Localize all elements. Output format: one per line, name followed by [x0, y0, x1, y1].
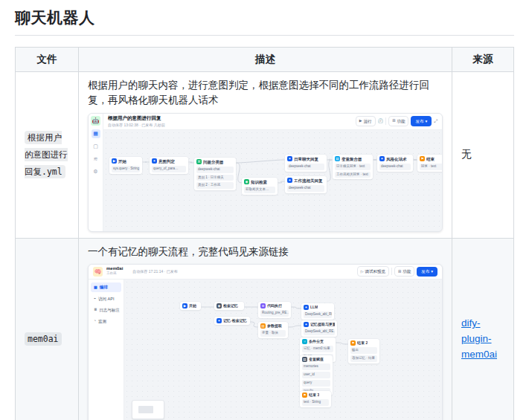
node-detail: 记忆 · mem0 结果: [302, 346, 333, 352]
features-button[interactable]: ⊞ 功能: [394, 266, 414, 277]
grid-icon: ⊞: [398, 269, 401, 275]
workflow-node-llm_daily[interactable]: ✦日常聊天回复deepseek-chat: [285, 155, 327, 172]
preview-icon[interactable]: ▢: [92, 142, 100, 151]
workflow-node-extractor[interactable]: ▤参数提取变量 · 取值: [258, 322, 288, 338]
node-label: 风格化话术: [386, 156, 407, 162]
sidebar-item-api[interactable]: ⌁ 访问 API: [91, 294, 121, 303]
node-label: 检索记忆: [223, 303, 238, 309]
workflow-title: 根据用户的意图进行回复: [108, 114, 165, 122]
node-detail: 工作流相关回复 · text: [335, 172, 371, 178]
workflow-node-start[interactable]: ▶开始sys.query · String: [109, 157, 142, 174]
features-button[interactable]: ⊞ 功能: [388, 116, 408, 126]
settings-icon[interactable]: ⚙: [92, 167, 100, 176]
node-label: 条件分支: [309, 339, 324, 345]
expand-icon[interactable]: ⤢: [434, 118, 437, 125]
node-detail: DeepSeek_abl_RE…: [304, 329, 335, 335]
workflow-topbar: 根据用户的意图进行回复 自动保存 13:02:38 · 已发布 几秒前 ▶ 运行…: [103, 114, 442, 130]
source-cell: dify-plugin-mem0ai: [452, 238, 514, 420]
node-detail: query_of_para…: [152, 166, 186, 172]
app-avatar: 🤖: [91, 116, 100, 126]
node-detail: 获取相关文本…: [244, 187, 275, 193]
node-detail: deepseek-chat: [287, 185, 324, 192]
grid-icon: ⊞: [392, 118, 395, 124]
workflow-node-end2[interactable]: ⚑结束 2输出添加记忆 · 结果: [348, 339, 379, 364]
workflow-node-intent[interactable]: ✦意图判定query_of_para…: [150, 157, 188, 174]
workflow-node-aggregator[interactable]: ▤变量聚合器日常聊天回复 · text工作流相关回复 · text: [333, 155, 373, 180]
workflow-node-llm1[interactable]: ✦LLMDeepSeek_abl_RE…: [301, 303, 334, 320]
workflow-node-assigner[interactable]: ▤变量赋值memoriesuser_idqueryresults: [300, 355, 333, 396]
node-label: 问题分类器: [203, 159, 224, 165]
workflow-screenshot-2: 🧠 mem0ai 工作流 自动保存 17:21:14 · 已发布 ▷ 调试和预览: [88, 264, 443, 420]
node-label: 代码执行: [267, 303, 282, 309]
logs-icon[interactable]: ≋: [92, 155, 100, 164]
node-detail: user_id: [302, 372, 330, 378]
logs-icon: ≣: [94, 307, 97, 313]
workflow-canvas-1[interactable]: ▶开始sys.query · String✦意图判定query_of_para……: [103, 130, 442, 231]
workflow-node-llm2[interactable]: ✦记忆提取与更新DeepSeek_abl_RE…: [301, 320, 337, 337]
node-type-icon: ⚑: [302, 392, 307, 398]
file-name-code: mem0ai: [25, 332, 62, 346]
document-page: 聊天机器人 文件 描述 来源 根据用户的意图进行回复.yml 根据用户的聊天内容…: [0, 0, 529, 420]
node-label: 记忆·检索记忆: [223, 318, 247, 324]
node-type-icon: ▶: [182, 303, 187, 308]
node-type-icon: ▶: [112, 158, 117, 164]
node-type-icon: ⑂: [302, 339, 307, 344]
node-detail: deepseek-chat: [379, 164, 411, 170]
node-detail: deepseek-chat: [196, 167, 234, 173]
node-label: 结束 2: [357, 340, 368, 346]
node-label: 日常聊天回复: [294, 156, 318, 162]
source-link[interactable]: dify-plugin-mem0ai: [461, 317, 497, 360]
node-detail: 变量 · 取值: [260, 330, 286, 337]
node-detail: query: [302, 380, 330, 387]
col-header-desc: 描述: [79, 48, 452, 72]
workflow-node-llm_work[interactable]: ✦工作流相关回复deepseek-chat: [285, 176, 327, 193]
node-label: 知识检索: [251, 179, 267, 185]
app-avatar: 🧠: [93, 267, 103, 277]
node-type-icon: ⚙: [260, 303, 266, 308]
workflow-node-classifier[interactable]: ⌘问题分类器deepseek-chat类别 1 · 日常聊天类别 2 · 工作流: [194, 158, 236, 191]
page-title: 聊天机器人: [15, 7, 514, 36]
publish-button[interactable]: 发布 ▾: [417, 267, 437, 277]
workflow-node-code[interactable]: ⚙代码执行Routing_pre_RE…: [258, 302, 291, 318]
sidebar-item-logs[interactable]: ≣ 日志与标注: [91, 305, 121, 314]
workflow-node-style[interactable]: ✦风格化话术deepseek-chat: [377, 155, 413, 172]
node-detail: sys.query · String: [112, 166, 140, 172]
run-button[interactable]: ▶ 运行: [356, 116, 376, 126]
workflow-screenshot-1: 🤖 ▦ ▢ ≋ ⚙ 根据用户的意图进行回复 自动保存 13:02:38 · 已发…: [88, 113, 443, 232]
node-type-icon: ⚑: [350, 340, 356, 346]
node-type-icon: ✦: [287, 156, 292, 161]
node-label: 工作流相关回复: [294, 178, 323, 184]
debug-preview-button[interactable]: ▷ 调试和预览: [357, 266, 389, 277]
node-label: 结束 3: [309, 392, 319, 398]
node-type-icon: ◉: [244, 179, 249, 184]
workflow-canvas-2[interactable]: ⊞ 40% ⛶ ↶ ↷ ▦ ▶开始◉检索记忆✦记忆·检索记忆⚙代码执行Routi…: [124, 280, 442, 420]
history-icon[interactable]: 🕘: [378, 118, 384, 125]
node-detail: 添加记忆 · 结果: [350, 355, 377, 362]
workflow-node-mem_node[interactable]: ✦记忆·检索记忆: [214, 317, 250, 326]
node-type-icon: ✦: [304, 305, 309, 310]
workflow-node-start[interactable]: ▶开始: [180, 302, 201, 311]
node-label: 结束: [426, 156, 435, 162]
sidebar-item-monitor[interactable]: ◔ 监测: [91, 317, 121, 326]
api-icon: ⌁: [94, 296, 96, 302]
content-table: 文件 描述 来源 根据用户的意图进行回复.yml 根据用户的聊天内容，进行意图判…: [15, 47, 514, 420]
node-detail: Routing_pre_RE…: [260, 310, 289, 317]
source-text: 无: [461, 149, 472, 160]
publish-button[interactable]: 发布 ▾: [411, 116, 432, 126]
node-type-icon: ◉: [217, 303, 222, 308]
node-detail: 日常聊天回复 · text: [335, 164, 371, 170]
workflow-node-retrieval[interactable]: ◉知识检索获取相关文本…: [242, 178, 278, 195]
node-label: 开始: [189, 303, 196, 309]
node-type-icon: ▤: [260, 323, 266, 329]
workflow-autosave-status: 自动保存 13:02:38 · 已发布 几秒前: [108, 123, 165, 129]
monitor-icon: ◔: [94, 318, 96, 324]
sidebar-item-orchestrate[interactable]: ▦ 编排: [91, 282, 121, 292]
workflow-node-mem_get[interactable]: ◉检索记忆: [214, 302, 244, 311]
debug-icon: ▷: [361, 269, 364, 275]
orchestrate-icon[interactable]: ▦: [92, 129, 100, 138]
app-type-label: 工作流: [106, 271, 123, 277]
node-type-icon: ✦: [152, 158, 157, 164]
node-detail: 回复 · text: [420, 164, 442, 170]
workflow-node-end3[interactable]: ⚑结束 3text · String: [300, 391, 331, 407]
workflow-node-end[interactable]: ⚑结束回复 · text: [417, 155, 442, 172]
